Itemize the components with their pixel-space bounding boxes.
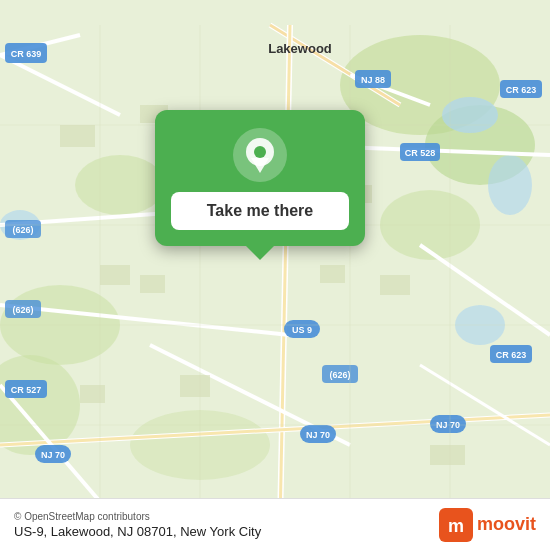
svg-text:CR 623: CR 623 <box>496 350 527 360</box>
svg-point-9 <box>488 155 532 215</box>
svg-rect-70 <box>320 265 345 283</box>
svg-rect-73 <box>430 445 465 465</box>
moovit-logo: m moovit <box>439 508 536 542</box>
svg-text:CR 527: CR 527 <box>11 385 42 395</box>
map-container: CR 639 NJ 88 CR 528 CR 623 CR 623 (626) … <box>0 0 550 550</box>
moovit-icon: m <box>439 508 473 542</box>
svg-rect-64 <box>140 275 165 293</box>
svg-text:NJ 70: NJ 70 <box>41 450 65 460</box>
svg-text:CR 623: CR 623 <box>506 85 537 95</box>
svg-text:m: m <box>448 516 464 536</box>
osm-credit: © OpenStreetMap contributors <box>14 511 261 522</box>
svg-text:NJ 70: NJ 70 <box>306 430 330 440</box>
location-pin-icon <box>233 128 287 182</box>
svg-rect-63 <box>100 265 130 285</box>
svg-text:US 9: US 9 <box>292 325 312 335</box>
svg-point-8 <box>442 97 498 133</box>
svg-rect-72 <box>80 385 105 403</box>
svg-rect-69 <box>380 275 410 295</box>
svg-rect-71 <box>180 375 210 397</box>
popup-card: Take me there <box>155 110 365 246</box>
map-svg: CR 639 NJ 88 CR 528 CR 623 CR 623 (626) … <box>0 0 550 550</box>
svg-point-7 <box>75 155 165 215</box>
svg-text:(626): (626) <box>329 370 350 380</box>
svg-text:(626): (626) <box>12 225 33 235</box>
svg-text:CR 528: CR 528 <box>405 148 436 158</box>
take-me-there-button[interactable]: Take me there <box>171 192 349 230</box>
svg-text:CR 639: CR 639 <box>11 49 42 59</box>
svg-text:NJ 88: NJ 88 <box>361 75 385 85</box>
svg-rect-67 <box>60 125 95 147</box>
location-label: US-9, Lakewood, NJ 08701, New York City <box>14 524 261 539</box>
svg-text:Lakewood: Lakewood <box>268 41 332 56</box>
bottom-bar-info: © OpenStreetMap contributors US-9, Lakew… <box>14 511 261 539</box>
svg-point-76 <box>254 146 266 158</box>
moovit-text: moovit <box>477 514 536 535</box>
svg-text:(626): (626) <box>12 305 33 315</box>
bottom-bar: © OpenStreetMap contributors US-9, Lakew… <box>0 498 550 550</box>
